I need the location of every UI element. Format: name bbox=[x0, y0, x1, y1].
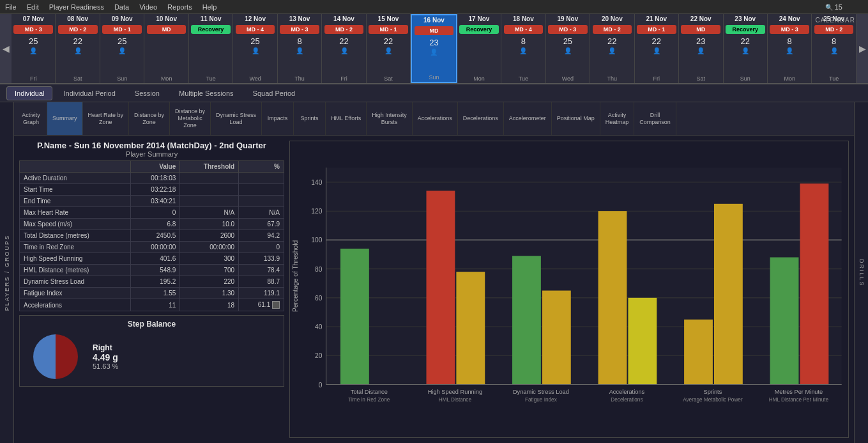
sub-nav-hml-efforts[interactable]: HML Efforts bbox=[326, 102, 367, 135]
sub-nav-sprints[interactable]: Sprints bbox=[294, 102, 326, 135]
cal-weekday: Mon bbox=[161, 75, 172, 83]
page-title: P.Name - Sun 16 November 2014 (MatchDay)… bbox=[19, 141, 284, 150]
cal-num: 8 bbox=[788, 36, 792, 46]
cal-day[interactable]: 08 Nov MD - 2 22 👤 Sat bbox=[56, 14, 100, 83]
table-row: Fatigue Index1.551.30119.1 bbox=[20, 288, 284, 299]
cal-badge: MD - 3 bbox=[770, 25, 809, 34]
cal-day[interactable]: 12 Nov MD - 4 25 👤 Wed bbox=[233, 14, 277, 83]
step-balance-pct: 51.63 % bbox=[93, 362, 118, 370]
cal-badge: MD - 2 bbox=[593, 25, 632, 34]
cal-day[interactable]: 19 Nov MD - 3 25 👤 Wed bbox=[546, 14, 590, 83]
sub-nav-distance-bymetaboliczone[interactable]: Distance by Metabolic Zone bbox=[170, 102, 211, 135]
cal-date: 19 Nov bbox=[546, 14, 590, 24]
step-balance-info: Right 4.49 g 51.63 % bbox=[93, 343, 118, 370]
tab-session[interactable]: Session bbox=[126, 86, 168, 100]
cal-date: 24 Nov bbox=[768, 14, 811, 24]
sub-nav-activityheatmap[interactable]: Activity Heatmap bbox=[600, 102, 635, 135]
cal-day[interactable]: 07 Nov MD - 3 25 👤 Fri bbox=[11, 14, 56, 83]
menu-video[interactable]: Video bbox=[139, 3, 157, 11]
menu-reports[interactable]: Reports bbox=[167, 3, 192, 11]
cal-badge: MD - 3 bbox=[280, 25, 319, 34]
calendar-next[interactable]: ▶ bbox=[857, 14, 868, 83]
cal-weekday: Sun bbox=[429, 74, 439, 82]
cal-day[interactable]: 16 Nov MD 23 👤 Sun bbox=[411, 14, 457, 83]
cal-day[interactable]: 21 Nov MD - 1 22 👤 Fri bbox=[635, 14, 679, 83]
cal-date: 13 Nov bbox=[278, 14, 321, 24]
cal-badge: MD - 4 bbox=[504, 25, 544, 34]
bar bbox=[684, 320, 713, 385]
svg-text:120: 120 bbox=[311, 208, 322, 215]
cal-day[interactable]: 13 Nov MD - 3 8 👤 Thu bbox=[278, 14, 322, 83]
sub-nav-decelerations[interactable]: Decelerations bbox=[458, 102, 504, 135]
menu-data[interactable]: Data bbox=[114, 3, 129, 11]
cal-date: 10 Nov bbox=[144, 14, 188, 24]
cal-date: 16 Nov bbox=[412, 15, 455, 25]
calendar-prev[interactable]: ◀ bbox=[0, 14, 11, 83]
sub-nav-activitygraph[interactable]: Activity Graph bbox=[15, 102, 47, 135]
right-sidebar-label: DRILLS bbox=[858, 259, 865, 287]
menu-player-readiness[interactable]: Player Readiness bbox=[49, 3, 104, 11]
sub-nav-accelerations[interactable]: Accelerations bbox=[413, 102, 458, 135]
svg-text:Average Metabolic Power: Average Metabolic Power bbox=[683, 397, 743, 403]
sub-nav-distance-byzone[interactable]: Distance by Zone bbox=[129, 102, 170, 135]
cal-date: 11 Nov bbox=[189, 14, 232, 24]
cal-day[interactable]: 15 Nov MD - 1 22 👤 Sat bbox=[367, 14, 411, 83]
sub-nav-accelerometer[interactable]: Accelerometer bbox=[504, 102, 552, 135]
table-row: Start Time03:22:18 bbox=[20, 184, 284, 196]
sub-nav-heart-rate-byzone[interactable]: Heart Rate by Zone bbox=[83, 102, 130, 135]
cal-num: 23 bbox=[429, 38, 438, 47]
checkbox[interactable] bbox=[272, 301, 280, 309]
cal-person-icon: 👤 bbox=[519, 47, 527, 54]
sub-nav-summary[interactable]: Summary bbox=[47, 102, 83, 135]
cal-day[interactable]: 18 Nov MD - 4 8 👤 Tue bbox=[501, 14, 545, 83]
cal-weekday: Fri bbox=[653, 75, 660, 83]
cal-date: 18 Nov bbox=[501, 14, 545, 24]
svg-text:0: 0 bbox=[319, 382, 323, 389]
tab-multiple-sessions[interactable]: Multiple Sessions bbox=[171, 86, 242, 100]
bar bbox=[770, 258, 799, 385]
cal-date: 21 Nov bbox=[635, 14, 678, 24]
cal-day[interactable]: 20 Nov MD - 2 22 👤 Thu bbox=[590, 14, 634, 83]
cal-date: 20 Nov bbox=[590, 14, 634, 24]
tab-squad-period[interactable]: Squad Period bbox=[245, 86, 304, 100]
cal-num: 22 bbox=[73, 36, 82, 46]
cal-date: 09 Nov bbox=[100, 14, 144, 24]
step-balance-title: Step Balance bbox=[24, 320, 280, 329]
sub-nav-impacts[interactable]: Impacts bbox=[262, 102, 294, 135]
menu-edit[interactable]: Edit bbox=[27, 3, 39, 11]
cal-weekday: Mon bbox=[473, 75, 485, 83]
cal-day[interactable]: 17 Nov Recovery Mon bbox=[457, 14, 501, 83]
cal-day[interactable]: 24 Nov MD - 3 8 👤 Mon bbox=[768, 14, 812, 83]
cal-badge: MD - 1 bbox=[637, 25, 676, 34]
menu-help[interactable]: Help bbox=[202, 3, 217, 11]
step-balance-label: Right bbox=[93, 343, 118, 352]
cal-day[interactable]: 22 Nov MD 23 👤 Sat bbox=[679, 14, 723, 83]
bar bbox=[427, 190, 455, 384]
sub-nav-positional-map[interactable]: Positional Map bbox=[552, 102, 600, 135]
cal-day[interactable]: 23 Nov Recovery 22 👤 Sun bbox=[724, 14, 768, 83]
sub-nav-high-intensitybursts[interactable]: High Intensity Bursts bbox=[367, 102, 413, 135]
cal-person-icon: 👤 bbox=[786, 47, 793, 54]
cal-day[interactable]: 11 Nov Recovery Tue bbox=[189, 14, 233, 83]
svg-text:HML Distance: HML Distance bbox=[439, 397, 472, 403]
readiness-badge: 🔍 15 bbox=[825, 3, 853, 11]
menu-file[interactable]: File bbox=[5, 3, 17, 11]
cal-badge: MD - 4 bbox=[236, 25, 275, 34]
cal-weekday: Fri bbox=[340, 75, 347, 83]
cal-day[interactable]: 14 Nov MD - 2 22 👤 Fri bbox=[322, 14, 366, 83]
cal-day[interactable]: 25 Nov MD - 2 8 👤 Tue bbox=[812, 14, 856, 83]
tab-individual[interactable]: Individual bbox=[6, 86, 52, 100]
svg-text:20: 20 bbox=[315, 352, 323, 359]
svg-rect-0 bbox=[326, 167, 842, 384]
bar bbox=[628, 298, 657, 385]
sub-nav-dynamic-stressload[interactable]: Dynamic Stress Load bbox=[211, 102, 262, 135]
bar bbox=[800, 183, 829, 384]
tab-individual-period[interactable]: Individual Period bbox=[55, 86, 123, 100]
cal-person-icon: 👤 bbox=[296, 47, 303, 54]
cal-date: 15 Nov bbox=[367, 14, 410, 24]
svg-text:Metres Per Minute: Metres Per Minute bbox=[775, 389, 823, 395]
sub-nav-drillcomparison[interactable]: Drill Comparison bbox=[634, 102, 676, 135]
bar-chart-svg: 020406080100120140Percentage of Threshol… bbox=[290, 141, 848, 437]
cal-day[interactable]: 09 Nov MD - 1 25 👤 Sun bbox=[100, 14, 144, 83]
cal-day[interactable]: 10 Nov MD Mon bbox=[144, 14, 188, 83]
